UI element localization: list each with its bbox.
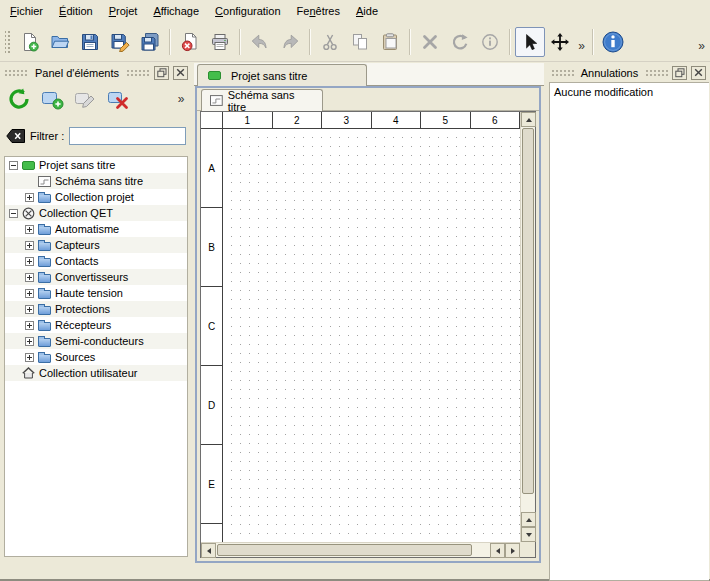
menu-fichier[interactable]: Fichier <box>2 0 51 22</box>
float-button[interactable] <box>672 66 687 80</box>
dot-grid[interactable] <box>224 130 520 542</box>
view-toolbar-overflow-chevron[interactable]: » <box>575 27 588 57</box>
redo-button[interactable] <box>275 27 305 57</box>
menu-affichage[interactable]: Affichage <box>145 0 207 22</box>
expand-icon[interactable] <box>25 305 34 314</box>
dock-grip[interactable] <box>126 69 150 76</box>
pan-mode-button[interactable] <box>545 27 575 57</box>
close-button[interactable] <box>691 66 706 80</box>
undo-panel-titlebar[interactable]: Annulations <box>551 65 706 80</box>
undo-history-list[interactable]: Aucune modification <box>549 82 709 581</box>
undo-button[interactable] <box>245 27 275 57</box>
about-qet-button[interactable] <box>598 27 628 57</box>
menu-mnemonic: F <box>10 5 17 17</box>
menu-configuration[interactable]: Configuration <box>207 0 288 22</box>
panel-toolbar-overflow-chevron[interactable]: » <box>174 92 188 106</box>
menu-aide[interactable]: Aide <box>348 0 386 22</box>
save-as-icon <box>110 32 130 52</box>
expand-icon[interactable] <box>25 225 34 234</box>
schema-view[interactable]: 1 2 3 4 5 6 A B C D E <box>200 111 536 558</box>
expand-icon[interactable] <box>25 273 34 282</box>
save-all-button[interactable] <box>135 27 165 57</box>
menu-projet[interactable]: Projet <box>101 0 146 22</box>
expand-icon[interactable] <box>25 353 34 362</box>
delete-element-button[interactable] <box>103 84 133 114</box>
expand-icon[interactable] <box>25 257 34 266</box>
tree-item-collection-utilisateur[interactable]: Collection utilisateur <box>5 365 187 381</box>
main-toolbar-overflow-chevron[interactable]: » <box>695 27 708 57</box>
scroll-left-button[interactable] <box>201 543 216 558</box>
filter-input[interactable] <box>69 127 186 145</box>
expand-icon[interactable] <box>25 337 34 346</box>
tab-schema-sans-titre[interactable]: Schéma sans titre <box>201 89 323 111</box>
schema-canvas[interactable]: 1 2 3 4 5 6 A B C D E <box>201 112 520 542</box>
tree-item-recepteurs[interactable]: Récepteurs <box>5 317 187 333</box>
vertical-scrollbar[interactable] <box>520 112 535 542</box>
collapse-icon[interactable] <box>9 161 18 170</box>
tab-projet-sans-titre[interactable]: Projet sans titre <box>197 64 367 86</box>
tree-item-schema-sans-titre[interactable]: Schéma sans titre <box>5 173 187 189</box>
menu-mnemonic: É <box>59 5 66 17</box>
scroll-up-button[interactable] <box>521 512 536 527</box>
dock-grip[interactable] <box>551 69 574 76</box>
select-mode-icon <box>520 32 540 52</box>
horizontal-scrollbar[interactable] <box>201 542 520 557</box>
cut-button[interactable] <box>315 27 345 57</box>
dock-grip[interactable] <box>4 69 28 76</box>
close-button[interactable] <box>173 66 188 80</box>
tree-item-automatisme[interactable]: Automatisme <box>5 221 187 237</box>
collapse-icon[interactable] <box>9 209 18 218</box>
folder-icon <box>38 258 51 267</box>
rotate-button[interactable] <box>445 27 475 57</box>
copy-button[interactable] <box>345 27 375 57</box>
new-document-icon <box>20 32 40 52</box>
tree-item-sources[interactable]: Sources <box>5 349 187 365</box>
column-label: 6 <box>471 112 521 128</box>
scroll-left-button[interactable] <box>490 543 505 558</box>
arrow-right-icon <box>511 548 515 554</box>
select-mode-button[interactable] <box>515 27 545 57</box>
tree-item-collection-qet[interactable]: Collection QET <box>5 205 187 221</box>
diagram-info-button[interactable] <box>475 27 505 57</box>
expand-icon[interactable] <box>25 289 34 298</box>
float-button[interactable] <box>154 66 169 80</box>
print-button[interactable] <box>205 27 235 57</box>
tree-item-haute-tension[interactable]: Haute tension <box>5 285 187 301</box>
reload-collections-button[interactable] <box>4 84 34 114</box>
tree-item-collection-projet[interactable]: Collection projet <box>5 189 187 205</box>
expand-icon[interactable] <box>25 193 34 202</box>
clear-filter-button[interactable] <box>6 129 25 143</box>
save-as-button[interactable] <box>105 27 135 57</box>
scroll-right-button[interactable] <box>505 543 520 558</box>
menu-fenetres[interactable]: Fenêtres <box>289 0 348 22</box>
tree-item-convertisseurs[interactable]: Convertisseurs <box>5 269 187 285</box>
tree-item-label: Semi-conducteurs <box>55 335 144 347</box>
dock-grip[interactable] <box>645 69 668 76</box>
new-element-button[interactable] <box>37 84 67 114</box>
about-qet-icon <box>601 30 625 54</box>
horizontal-scroll-thumb[interactable] <box>217 544 472 556</box>
project-subwindow: Schéma sans titre 1 2 3 4 5 6 A <box>195 86 541 563</box>
tree-item-capteurs[interactable]: Capteurs <box>5 237 187 253</box>
ruler-corner <box>201 112 223 129</box>
tree-item-protections[interactable]: Protections <box>5 301 187 317</box>
paste-button[interactable] <box>375 27 405 57</box>
open-document-button[interactable] <box>45 27 75 57</box>
expand-icon[interactable] <box>25 241 34 250</box>
close-file-button[interactable] <box>175 27 205 57</box>
edit-element-button[interactable] <box>70 84 100 114</box>
tree-item-projet-sans-titre[interactable]: Projet sans titre <box>5 157 187 173</box>
vertical-scroll-thumb[interactable] <box>522 128 534 494</box>
scroll-down-button[interactable] <box>521 527 536 542</box>
toolbar-handle[interactable] <box>5 29 12 55</box>
tree-item-contacts[interactable]: Contacts <box>5 253 187 269</box>
elements-panel-titlebar[interactable]: Panel d'éléments <box>4 65 188 80</box>
save-button[interactable] <box>75 27 105 57</box>
scroll-up-button[interactable] <box>521 112 536 127</box>
new-document-button[interactable] <box>15 27 45 57</box>
tree-item-semi-conducteurs[interactable]: Semi-conducteurs <box>5 333 187 349</box>
delete-button[interactable] <box>415 27 445 57</box>
reload-collections-icon <box>7 87 31 111</box>
menu-edition[interactable]: Édition <box>51 0 101 22</box>
expand-icon[interactable] <box>25 321 34 330</box>
